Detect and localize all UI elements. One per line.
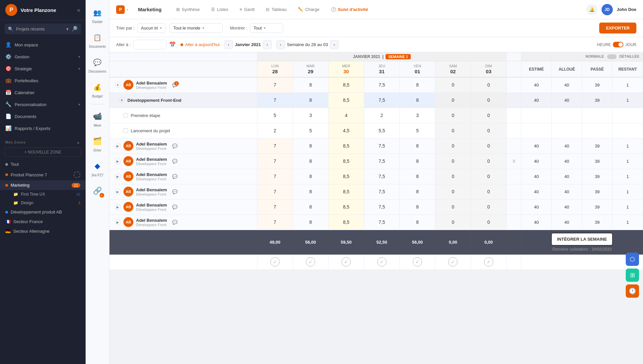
zone-item-secteur-france[interactable]: 🇫🇷 Secteur France	[0, 217, 86, 226]
chart-icon: 📊	[5, 125, 11, 131]
float-chat-button[interactable]: ⊞	[626, 269, 639, 282]
heure-jour-switch[interactable]	[613, 42, 623, 47]
check-circle-lun[interactable]: ✓	[270, 257, 280, 267]
search-box[interactable]: 🔍 Projets récents ▾ 🔎	[5, 24, 81, 34]
icon-panel-documents[interactable]: 📋 Documents	[87, 28, 108, 52]
sidebar-item-documents[interactable]: 📄 Documents	[0, 110, 86, 122]
expand-button[interactable]: ▶	[115, 158, 121, 164]
montrer-select[interactable]: Tout ▾	[250, 23, 283, 33]
export-button[interactable]: EXPORTER	[599, 23, 636, 33]
check-circle-sam[interactable]: ✓	[448, 257, 458, 267]
sub-item-design[interactable]: 📁 Design 3	[0, 199, 86, 207]
zone-item-tout[interactable]: Tout	[0, 159, 86, 169]
day-num: 01	[415, 69, 420, 74]
expand-button[interactable]: ▼	[115, 82, 121, 88]
tab-gantt[interactable]: ≡ Gantt	[235, 5, 259, 14]
float-clock-button[interactable]: 🕐	[626, 284, 639, 298]
icon-panel-drive[interactable]: 🗂️ Drive	[87, 132, 108, 155]
footer-totals-row: 49,00 56,00 59,50 52,50 56,00 0,00 0,00 …	[109, 230, 643, 254]
expand-button[interactable]: ▶	[115, 143, 121, 149]
task-checkbox[interactable]	[123, 113, 128, 118]
sidebar-item-personnalisation[interactable]: 🔧 Personnalisation ▾	[0, 98, 86, 110]
nav-label: Stratégie	[15, 66, 32, 71]
chevron-left-icon[interactable]: ‹	[127, 7, 128, 12]
nav-label: Documents	[15, 114, 36, 119]
monde-select[interactable]: Tout le monde ▾	[170, 23, 223, 33]
heure-jour-toggle: HEURE JOUR	[597, 42, 636, 47]
sub-item-first-time[interactable]: 📁 First Time UX 10	[0, 190, 86, 199]
trier-select[interactable]: Aucun tri ▾	[137, 23, 166, 33]
expand-button[interactable]: ▶	[115, 204, 121, 210]
check-circle-dim[interactable]: ✓	[484, 257, 493, 267]
month-label: Janvier 2021	[235, 42, 261, 47]
check-lun[interactable]: ✓	[257, 254, 293, 270]
tab-suivi[interactable]: 🕐 Suivi d'activité	[326, 5, 373, 14]
sidebar-item-mon-espace[interactable]: 👤 Mon espace	[0, 39, 86, 51]
chat-icon[interactable]: 💬1	[172, 83, 178, 88]
chat-icon[interactable]: 💬	[172, 144, 178, 149]
check-dim[interactable]: ✓	[471, 254, 506, 270]
integrate-button[interactable]: INTÉGRER LA SEMAINE	[551, 233, 613, 246]
next-month-button[interactable]: ›	[263, 40, 271, 49]
normale-detaillee-toggle[interactable]	[607, 54, 616, 59]
check-circle-jeu[interactable]: ✓	[377, 257, 387, 267]
chat-icon[interactable]: 💬	[172, 159, 178, 164]
day-value: 8,5	[328, 184, 364, 199]
goto-input[interactable]	[133, 40, 167, 49]
zone-item-dev-produit[interactable]: Développement produit AB	[0, 207, 86, 217]
icon-panel-equipe[interactable]: 👥 Equipe	[87, 3, 108, 27]
sidebar-item-rapports[interactable]: 📊 Rapports / Exports	[0, 122, 86, 134]
next-week-button[interactable]: ›	[330, 40, 338, 49]
tab-charge[interactable]: ✏️ Charge	[293, 5, 324, 14]
task-checkbox[interactable]	[123, 128, 128, 133]
day-value: 5	[257, 108, 293, 123]
day-value: 8	[399, 138, 435, 153]
calendar-picker-icon[interactable]: 📅	[169, 41, 176, 48]
sidebar-item-calendrier[interactable]: 📅 Calendrier	[0, 87, 86, 98]
prev-month-button[interactable]: ‹	[224, 40, 233, 49]
check-sam[interactable]: ✓	[435, 254, 471, 270]
expand-button[interactable]: ▶	[115, 219, 121, 225]
sidebar-item-strategie[interactable]: 🎯 Stratégie ▾	[0, 63, 86, 75]
new-zone-button[interactable]: + NOUVELLE ZONE	[5, 148, 81, 157]
tab-label: Gantt	[244, 7, 255, 12]
float-export-button[interactable]: ⬡	[626, 253, 639, 266]
icon-panel-budget[interactable]: 💰 Budget	[87, 78, 108, 101]
search-magnify-icon[interactable]: 🔎	[71, 26, 78, 32]
tab-tableau[interactable]: ⊟ Tableau	[261, 5, 291, 14]
chat-icon[interactable]: 💬	[172, 189, 178, 194]
check-circle-mar[interactable]: ✓	[306, 257, 315, 267]
gear-icon: ⚙️	[5, 54, 11, 60]
sidebar-item-portefeuilles[interactable]: 💼 Portefeuilles	[0, 75, 86, 87]
icon-panel-link[interactable]: 🔗 +	[87, 182, 108, 200]
chat-icon[interactable]: 💬	[172, 174, 178, 179]
notification-button[interactable]: 🔔	[586, 4, 598, 15]
check-circle-ven[interactable]: ✓	[413, 257, 422, 267]
tab-listes[interactable]: ☰ Listes	[206, 5, 233, 14]
check-mar[interactable]: ✓	[293, 254, 328, 270]
icon-panel-jira[interactable]: ◆ Jira PZ7	[87, 157, 108, 180]
icon-panel-meet[interactable]: 📹 Meet	[87, 107, 108, 131]
check-jeu[interactable]: ✓	[364, 254, 399, 270]
today-button[interactable]: Aller à aujourd'hui	[180, 42, 220, 47]
check-mer[interactable]: ✓	[328, 254, 364, 270]
day-value: 0	[435, 138, 471, 153]
prev-week-button[interactable]: ‹	[276, 40, 285, 49]
zone-item-produit[interactable]: Produit Planzone 7	[0, 169, 86, 180]
zones-collapse-icon[interactable]: ▲	[77, 140, 80, 144]
expand-button[interactable]: ▼	[119, 97, 125, 103]
tab-synthese[interactable]: ⊞ Synthèse	[172, 5, 204, 14]
icon-panel-discussions[interactable]: 💬 Discussions	[87, 53, 108, 77]
zone-item-secteur-allemagne[interactable]: 🇩🇪 Secteur Allemagne	[0, 226, 86, 236]
chat-icon[interactable]: 💬	[172, 205, 178, 210]
zone-label: Marketing	[11, 183, 30, 188]
chat-icon[interactable]: 💬	[172, 220, 178, 225]
spacer-col	[506, 61, 521, 78]
collapse-button[interactable]: «	[77, 7, 80, 14]
check-ven[interactable]: ✓	[399, 254, 435, 270]
expand-button[interactable]: ▶	[115, 189, 121, 195]
zone-item-marketing[interactable]: Marketing 11	[0, 180, 86, 190]
check-circle-mer[interactable]: ✓	[341, 257, 351, 267]
sidebar-item-gestion[interactable]: ⚙️ Gestion ▾	[0, 51, 86, 63]
expand-button[interactable]: ▶	[115, 173, 121, 179]
